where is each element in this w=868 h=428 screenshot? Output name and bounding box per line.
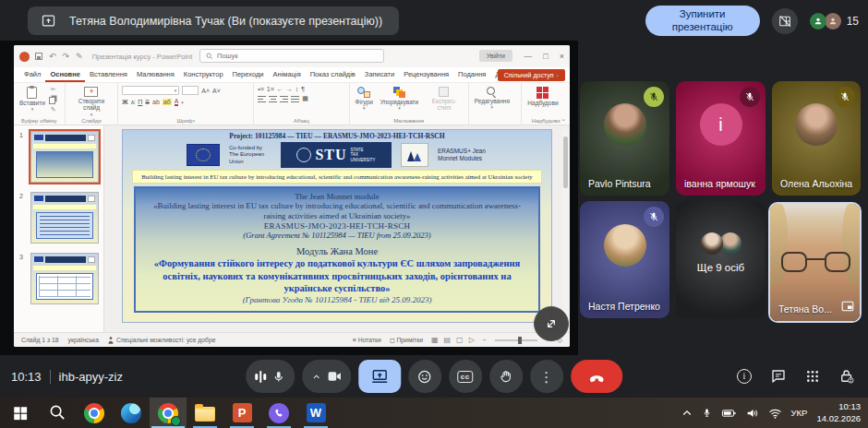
microphone-button[interactable] xyxy=(246,360,295,393)
paste-button[interactable]: Вставити ▾ xyxy=(18,86,47,113)
taskbar-powerpoint[interactable]: P xyxy=(223,398,260,428)
participants-count-button[interactable]: 15 xyxy=(810,13,859,30)
columns-icon[interactable]: ▦ xyxy=(302,95,308,102)
cut-icon[interactable]: ✂ xyxy=(51,86,56,93)
zoom-out-icon[interactable]: − xyxy=(483,337,487,343)
taskbar-word[interactable]: W xyxy=(297,398,334,428)
battery-icon[interactable] xyxy=(721,408,737,419)
raise-hand-button[interactable] xyxy=(489,360,523,393)
slideshow-view-icon[interactable]: ▷ xyxy=(469,336,475,344)
close-icon[interactable]: × xyxy=(560,52,564,61)
tab-record[interactable]: Записати xyxy=(360,67,399,82)
taskbar-chrome-meet[interactable] xyxy=(150,398,187,428)
captions-button[interactable]: cc xyxy=(449,360,482,393)
highlight-button[interactable]: аб xyxy=(163,99,172,105)
text-direction-icon[interactable]: ¶ xyxy=(301,86,305,92)
line-spacing-icon[interactable]: ↕ xyxy=(295,86,299,92)
volume-icon[interactable] xyxy=(746,408,759,419)
normal-view-icon[interactable]: ▦ xyxy=(431,336,439,344)
addins-button[interactable]: Надбудови xyxy=(525,86,560,107)
font-name-select[interactable] xyxy=(122,86,179,95)
quick-styles-button[interactable]: Експрес-стилі xyxy=(424,86,464,113)
chat-button[interactable] xyxy=(770,368,787,385)
justify-icon[interactable] xyxy=(291,96,299,102)
align-right-icon[interactable] xyxy=(280,96,288,102)
more-options-button[interactable]: ⋮ xyxy=(530,360,563,393)
copy-icon[interactable] xyxy=(49,97,55,104)
tray-mic-icon[interactable] xyxy=(702,407,712,419)
align-left-icon[interactable] xyxy=(258,96,266,102)
reactions-button[interactable] xyxy=(408,360,441,393)
increase-indent-icon[interactable]: → xyxy=(286,86,293,92)
tab-file[interactable]: Файл xyxy=(19,67,45,82)
layout-toggle-button[interactable] xyxy=(772,8,798,34)
host-controls-button[interactable] xyxy=(838,368,855,385)
tab-transitions[interactable]: Переходи xyxy=(228,67,269,82)
participant-tile[interactable]: Pavlo Pintsura xyxy=(580,81,669,196)
share-button[interactable]: Спільний доступ ▾ xyxy=(498,69,565,81)
shapes-button[interactable]: Фігури ▾ xyxy=(354,86,375,113)
wifi-icon[interactable] xyxy=(768,408,782,419)
bullets-icon[interactable]: •≡ xyxy=(258,86,264,92)
decrease-font-icon[interactable]: A˅ xyxy=(212,88,221,94)
self-video-tile[interactable]: Тетяна Во... xyxy=(768,202,862,323)
stop-presenting-button[interactable]: Зупинити презентацію xyxy=(645,6,760,36)
taskbar-file-explorer[interactable] xyxy=(187,398,223,428)
activities-button[interactable] xyxy=(805,369,820,384)
expand-shared-content-button[interactable] xyxy=(534,306,569,341)
meeting-details-button[interactable]: i xyxy=(737,369,752,384)
redo-icon[interactable]: ↷ xyxy=(63,52,70,61)
sorter-view-icon[interactable]: ▤ xyxy=(444,336,452,344)
tab-design[interactable]: Конструктор xyxy=(179,67,228,82)
tab-slideshow[interactable]: Показ слайдів xyxy=(306,67,360,82)
participant-tile[interactable]: Настя Петренко xyxy=(580,201,669,318)
shadow-button[interactable]: ab xyxy=(152,99,160,105)
new-slide-button[interactable]: Створити слайд ▾ xyxy=(69,86,115,119)
comments-button[interactable]: ◻ Примітки xyxy=(390,337,423,344)
participant-tile[interactable]: і іванна ярмошук xyxy=(676,81,766,196)
arrange-button[interactable]: Упорядкувати ▾ xyxy=(379,86,420,113)
slide-thumbnail-1[interactable] xyxy=(30,131,99,183)
more-participants-tile[interactable]: Ще 9 осіб xyxy=(676,201,766,318)
tab-home[interactable]: Основне xyxy=(45,67,84,82)
tab-draw[interactable]: Малювання xyxy=(132,67,179,82)
taskbar-chrome[interactable] xyxy=(76,398,113,428)
maximize-icon[interactable]: □ xyxy=(543,52,548,61)
slide-thumbnail-3[interactable] xyxy=(30,253,99,304)
tab-review[interactable]: Рецензування xyxy=(399,67,453,82)
tab-insert[interactable]: Вставлення xyxy=(85,67,132,82)
editor-scrollbar[interactable] xyxy=(562,129,569,323)
increase-font-icon[interactable]: A˄ xyxy=(201,88,210,94)
tab-view[interactable]: Подання xyxy=(453,67,490,82)
taskbar-edge[interactable] xyxy=(113,398,150,428)
camera-button[interactable] xyxy=(302,360,351,393)
quick-access-toolbar[interactable]: ↶ ↷ ✎ xyxy=(35,52,83,61)
taskbar-clock[interactable]: 10:13 14.02.2026 xyxy=(816,401,861,425)
pen-icon[interactable]: ✎ xyxy=(76,52,83,61)
sign-in-button[interactable]: Увійти xyxy=(479,50,512,62)
accessibility-status[interactable]: Спеціальні можливості: усе добре xyxy=(108,337,216,344)
align-center-icon[interactable] xyxy=(269,96,277,102)
keyboard-language[interactable]: УКР xyxy=(791,408,808,418)
participant-tile[interactable]: Олена Альохіна xyxy=(772,81,861,196)
bold-button[interactable]: Ж xyxy=(122,99,127,105)
zoom-slider[interactable] xyxy=(495,339,537,341)
start-button[interactable] xyxy=(2,398,39,428)
undo-icon[interactable]: ↶ xyxy=(49,52,56,61)
present-screen-button[interactable] xyxy=(358,360,401,393)
taskbar-search-button[interactable] xyxy=(39,398,76,428)
tray-chevron-icon[interactable] xyxy=(681,408,693,419)
format-painter-icon[interactable]: ✎ xyxy=(51,106,56,113)
decrease-indent-icon[interactable]: ← xyxy=(277,86,283,92)
search-input[interactable] xyxy=(217,52,365,60)
language-indicator[interactable]: українська xyxy=(68,337,99,343)
reading-view-icon[interactable]: ▢ xyxy=(456,336,464,344)
numbering-icon[interactable]: 1≡ xyxy=(267,86,274,92)
strikethrough-button[interactable]: S xyxy=(145,99,150,105)
save-icon[interactable] xyxy=(35,53,42,60)
italic-button[interactable]: К xyxy=(131,99,136,106)
slide-thumbnail-2[interactable] xyxy=(30,192,99,244)
picture-in-picture-icon[interactable] xyxy=(841,299,854,315)
end-call-button[interactable] xyxy=(571,360,622,393)
font-size-select[interactable] xyxy=(182,86,199,95)
